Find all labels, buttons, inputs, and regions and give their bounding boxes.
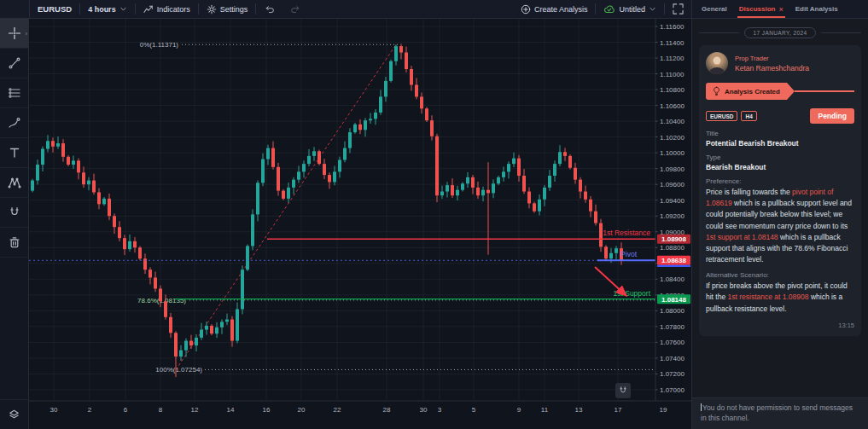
analysis-created-banner: Analysis Created <box>706 83 787 100</box>
discussion-feed: 17 JANUARY, 2024 Prop Trader Ketan Rames… <box>692 19 868 397</box>
type-label: Type <box>706 154 854 161</box>
svg-text:1.11600: 1.11600 <box>660 23 684 31</box>
fullscreen-icon <box>673 3 684 14</box>
indicators-button[interactable]: Indicators <box>136 0 198 18</box>
horizontal-lines-icon <box>8 86 21 100</box>
settings-label: Settings <box>220 5 248 14</box>
text-cursor <box>701 403 702 411</box>
line-chart-icon <box>143 4 154 14</box>
svg-text:30: 30 <box>50 406 58 414</box>
svg-text:1.07000: 1.07000 <box>660 386 684 394</box>
timeframe-label: 4 hours <box>88 5 116 14</box>
trendline-icon <box>8 56 21 70</box>
redo-button[interactable] <box>283 0 309 18</box>
trendline-tool[interactable] <box>0 49 28 78</box>
delete-tool[interactable] <box>0 228 28 258</box>
tab-discussion[interactable]: Discussion × <box>733 0 789 18</box>
message-input[interactable]: You do not have permission to send messa… <box>692 397 868 429</box>
tab-edit-analysis[interactable]: Edit Analysis <box>789 0 844 18</box>
svg-text:19: 19 <box>660 406 667 414</box>
svg-text:1.08148: 1.08148 <box>661 296 686 304</box>
svg-text:16: 16 <box>263 406 271 414</box>
svg-text:1.10400: 1.10400 <box>660 118 684 125</box>
svg-text:8: 8 <box>159 406 163 414</box>
crosshair-icon <box>8 26 21 40</box>
fullscreen-button[interactable] <box>665 0 691 18</box>
svg-text:3: 3 <box>438 406 442 414</box>
no-permission-text: You do not have permission to send messa… <box>701 403 853 422</box>
analysis-name-label: Untitled <box>619 5 645 14</box>
svg-text:1.07600: 1.07600 <box>660 339 684 346</box>
svg-text:9: 9 <box>517 406 521 414</box>
svg-text:22: 22 <box>334 406 341 414</box>
alt-scenario-label: Alternative Scenario: <box>706 271 854 279</box>
create-analysis-button[interactable]: Create Analysis <box>513 0 596 18</box>
indicators-label: Indicators <box>157 5 190 14</box>
preference-label: Preference: <box>706 177 854 185</box>
status-badge[interactable]: Pending <box>810 108 854 124</box>
svg-text:1.10600: 1.10600 <box>660 102 684 110</box>
fib-retracement-tool[interactable] <box>0 78 28 108</box>
svg-text:30: 30 <box>420 406 428 414</box>
magnet-tool[interactable] <box>0 198 28 228</box>
banner-tail-line <box>795 90 854 92</box>
svg-text:14: 14 <box>227 406 235 414</box>
svg-text:1.08800: 1.08800 <box>660 244 684 252</box>
avatar <box>706 52 728 74</box>
analysis-selector[interactable]: Untitled <box>596 0 664 18</box>
drawing-toolbar: › <box>0 19 29 429</box>
tab-general[interactable]: General <box>696 0 733 18</box>
svg-text:1.11200: 1.11200 <box>660 55 684 62</box>
magnet-icon <box>8 206 21 219</box>
svg-text:20: 20 <box>298 406 306 414</box>
tool-expand-arrow[interactable]: › <box>26 31 27 37</box>
tab-discussion-label: Discussion <box>739 5 776 13</box>
interval-tag: H4 <box>741 111 756 121</box>
crosshair-tool[interactable]: › <box>0 19 28 49</box>
chevron-down-icon <box>119 5 127 13</box>
settings-button[interactable]: Settings <box>199 0 256 18</box>
price-chart[interactable]: 0%(1.11371)100%(1.07254)78.6%(1.08135)1s… <box>29 19 691 429</box>
undo-icon <box>264 3 275 14</box>
chart-toolbar: EURUSD 4 hours Indicators Settings Creat… <box>0 0 691 19</box>
svg-text:2: 2 <box>88 406 92 414</box>
create-analysis-label: Create Analysis <box>534 5 588 14</box>
svg-text:1.07200: 1.07200 <box>660 370 684 378</box>
analysis-type: Bearish Breakout <box>706 163 854 171</box>
symbol-button[interactable]: EURUSD <box>30 0 79 18</box>
author-name[interactable]: Ketan Rameshchandra <box>735 64 809 72</box>
brush-icon <box>8 116 21 130</box>
svg-text:1.07400: 1.07400 <box>660 355 684 362</box>
timeframe-selector[interactable]: 4 hours <box>80 0 135 18</box>
tab-close-icon[interactable]: × <box>778 5 783 14</box>
svg-text:5: 5 <box>472 406 476 414</box>
text-tool[interactable] <box>0 138 28 168</box>
svg-text:0%(1.11371): 0%(1.11371) <box>140 41 179 49</box>
lightbulb-icon <box>713 86 720 96</box>
discussion-panel: 17 JANUARY, 2024 Prop Trader Ketan Rames… <box>691 19 868 429</box>
chart-magnet-button[interactable] <box>615 383 631 398</box>
chart-area[interactable]: 0%(1.11371)100%(1.07254)78.6%(1.08135)1s… <box>29 19 691 429</box>
plus-circle-icon <box>521 4 531 14</box>
svg-text:1st Resistance: 1st Resistance <box>603 229 650 237</box>
svg-text:1.09400: 1.09400 <box>660 197 684 205</box>
gear-icon <box>207 4 217 14</box>
object-tree-tool[interactable] <box>0 399 28 429</box>
cloud-saved-icon <box>603 3 615 14</box>
author-role: Prop Trader <box>735 55 809 62</box>
pattern-tool[interactable] <box>0 168 28 198</box>
svg-text:1.10200: 1.10200 <box>660 134 684 142</box>
svg-text:1.08908: 1.08908 <box>661 235 686 243</box>
message-timestamp: 13:15 <box>706 322 854 329</box>
svg-text:17: 17 <box>615 406 622 414</box>
event-banner-row: Analysis Created <box>706 83 854 100</box>
analysis-card: Prop Trader Ketan Rameshchandra Analysis… <box>699 45 861 336</box>
svg-text:12: 12 <box>191 406 199 414</box>
analysis-title: Potential Bearish Breakout <box>706 139 854 148</box>
svg-text:1.08638: 1.08638 <box>661 257 686 264</box>
undo-button[interactable] <box>256 0 283 18</box>
svg-text:1.08000: 1.08000 <box>660 307 684 315</box>
tag-row: EURUSD H4 Pending <box>706 108 854 124</box>
brush-tool[interactable] <box>0 108 28 138</box>
redo-icon <box>290 3 301 14</box>
